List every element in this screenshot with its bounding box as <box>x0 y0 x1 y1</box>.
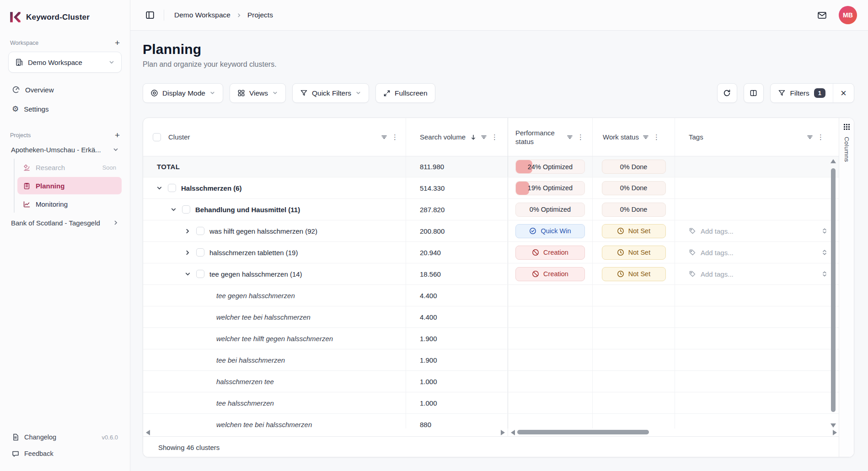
sidebar-item-research[interactable]: Research Soon <box>17 159 122 176</box>
project-bank-of-scotland[interactable]: Bank of Scotland - Tagesgeld <box>8 214 122 231</box>
breadcrumb-workspace[interactable]: Demo Workspace <box>174 11 230 19</box>
vertical-scroll-thumb[interactable] <box>831 168 836 412</box>
quick-filters-button[interactable]: Quick Filters <box>292 83 369 103</box>
keyword-row[interactable]: tee gegen halsschmerzen4.400 <box>143 285 840 306</box>
expand-chevron-icon[interactable] <box>184 228 191 235</box>
column-menu-icon[interactable]: ⋮ <box>653 133 660 141</box>
sidebar-toggle-icon[interactable] <box>145 11 155 20</box>
collapse-chevron-icon[interactable] <box>170 206 177 213</box>
row-checkbox[interactable] <box>196 270 204 278</box>
work-status-badge[interactable]: Not Set <box>602 246 666 260</box>
columns-panel[interactable]: Columns <box>839 118 854 457</box>
gauge-icon <box>12 86 20 94</box>
add-tags-button[interactable]: Add tags... <box>689 249 734 257</box>
avatar[interactable]: MB <box>839 6 857 24</box>
scroll-left-arrow[interactable] <box>511 430 515 435</box>
cluster-row[interactable]: Halsschmerzen (6)514.33019% Optimized0% … <box>143 177 840 199</box>
column-filter-icon[interactable] <box>481 134 487 140</box>
column-filter-icon[interactable] <box>567 134 573 140</box>
collapse-chevron-icon[interactable] <box>156 185 163 192</box>
keyword-row[interactable]: welcher tee bei halsschmerzen4.400 <box>143 306 840 328</box>
performance-status-badge[interactable]: 19% Optimized <box>515 181 585 195</box>
scrollable-columns-scrollbar[interactable] <box>508 428 840 436</box>
row-checkbox[interactable] <box>196 227 204 235</box>
add-tags-button[interactable]: Add tags... <box>689 227 734 235</box>
column-menu-icon[interactable]: ⋮ <box>491 133 498 141</box>
work-status-badge[interactable]: Not Set <box>602 224 666 238</box>
work-status-badge[interactable]: 0% Done <box>602 160 666 174</box>
work-status-badge[interactable]: 0% Done <box>602 203 666 217</box>
row-checkbox[interactable] <box>196 248 204 257</box>
cluster-row[interactable]: tee gegen halsschmerzen (14)18.560Creati… <box>143 263 840 285</box>
expand-chevron-icon[interactable] <box>184 249 191 256</box>
chevron-right-icon <box>236 12 242 18</box>
clusters-table: Cluster ⋮ Search volume ⋮ <box>143 118 854 457</box>
work-status-badge[interactable]: Not Set <box>602 267 666 281</box>
cluster-row[interactable]: was hilft gegen halsschmerzen (92)200.80… <box>143 220 840 242</box>
views-button[interactable]: Views <box>230 83 286 103</box>
add-project-button[interactable]: + <box>115 131 120 139</box>
select-all-checkbox[interactable] <box>153 133 161 141</box>
work-status-badge[interactable]: 0% Done <box>602 181 666 195</box>
scroll-up-arrow[interactable] <box>830 159 836 163</box>
pinned-columns-scrollbar[interactable] <box>143 428 508 436</box>
display-mode-button[interactable]: Display Mode <box>143 83 223 103</box>
sort-desc-icon[interactable] <box>470 134 477 140</box>
performance-status-badge[interactable]: Creation <box>515 246 585 260</box>
scroll-right-arrow[interactable] <box>501 430 505 435</box>
tags-expand-icon[interactable] <box>821 249 828 256</box>
feedback-link[interactable]: Feedback <box>8 445 122 462</box>
add-tags-button[interactable]: Add tags... <box>689 270 734 278</box>
changelog-link[interactable]: Changelog v0.6.0 <box>8 429 122 445</box>
cluster-cell: TOTAL <box>143 156 406 177</box>
mail-icon[interactable] <box>817 11 827 20</box>
quick-filters-label: Quick Filters <box>312 89 351 97</box>
filters-button[interactable]: Filters 1 <box>771 84 833 102</box>
add-workspace-button[interactable]: + <box>115 39 120 47</box>
performance-status-badge[interactable]: 24% Optimized <box>515 160 585 174</box>
search-volume-cell: 1.900 <box>406 328 508 349</box>
column-menu-icon[interactable]: ⋮ <box>817 133 824 141</box>
performance-status-badge[interactable]: Quick Win <box>515 224 585 238</box>
keyword-row[interactable]: welchen tee bei halsschmerzen880 <box>143 414 840 428</box>
row-checkbox[interactable] <box>182 205 190 214</box>
horizontal-scrollbar[interactable] <box>143 428 840 436</box>
column-filter-icon[interactable] <box>807 134 813 140</box>
scroll-down-arrow[interactable] <box>830 423 836 428</box>
scroll-left-arrow[interactable] <box>146 430 150 435</box>
column-menu-icon[interactable]: ⋮ <box>577 133 584 141</box>
cluster-row[interactable]: Behandlung und Hausmittel (11)287.8200% … <box>143 199 840 220</box>
keyword-row[interactable]: welcher tee hilft gegen halsschmerzen1.9… <box>143 328 840 349</box>
row-checkbox[interactable] <box>168 184 176 192</box>
sidebar-item-settings[interactable]: ⚙ Settings <box>8 100 122 118</box>
scroll-right-arrow[interactable] <box>833 430 837 435</box>
column-filter-icon[interactable] <box>643 134 649 140</box>
performance-status-badge[interactable]: 0% Optimized <box>515 203 585 217</box>
tags-expand-icon[interactable] <box>821 228 828 234</box>
total-row[interactable]: TOTAL811.98024% Optimized0% Done <box>143 156 840 177</box>
collapse-chevron-icon[interactable] <box>184 271 191 278</box>
keyword-row[interactable]: halsschmerzen tee1.000 <box>143 371 840 392</box>
sidebar-item-overview[interactable]: Overview <box>8 81 122 98</box>
horizontal-scroll-thumb[interactable] <box>517 430 649 434</box>
sidebar-item-planning[interactable]: Planning <box>17 177 122 194</box>
search-volume-cell: 1.000 <box>406 392 508 413</box>
keyword-row[interactable]: tee bei halsschmerzen1.900 <box>143 349 840 371</box>
tags-expand-icon[interactable] <box>821 271 828 277</box>
performance-status-badge[interactable]: Creation <box>515 267 585 281</box>
refresh-button[interactable] <box>717 83 737 103</box>
cluster-cell: halsschmerzen tabletten (19) <box>143 242 406 263</box>
workspace-selector[interactable]: Demo Workspace <box>8 52 122 73</box>
sidebar-item-monitoring[interactable]: Monitoring <box>17 195 122 213</box>
keyword-row[interactable]: tee halsschmerzen1.000 <box>143 392 840 414</box>
vertical-scrollbar[interactable] <box>829 158 838 428</box>
column-menu-icon[interactable]: ⋮ <box>391 133 398 141</box>
breadcrumb-projects[interactable]: Projects <box>247 11 273 19</box>
clear-filters-button[interactable]: × <box>833 84 854 102</box>
fullscreen-button[interactable]: Fullscreen <box>375 83 435 103</box>
split-view-button[interactable] <box>744 83 764 103</box>
chevron-down-icon <box>355 90 361 96</box>
column-filter-icon[interactable] <box>381 134 387 140</box>
cluster-row[interactable]: halsschmerzen tabletten (19)20.940Creati… <box>143 242 840 263</box>
project-apotheken[interactable]: Apotheken-Umschau - Erkä... <box>8 141 122 158</box>
